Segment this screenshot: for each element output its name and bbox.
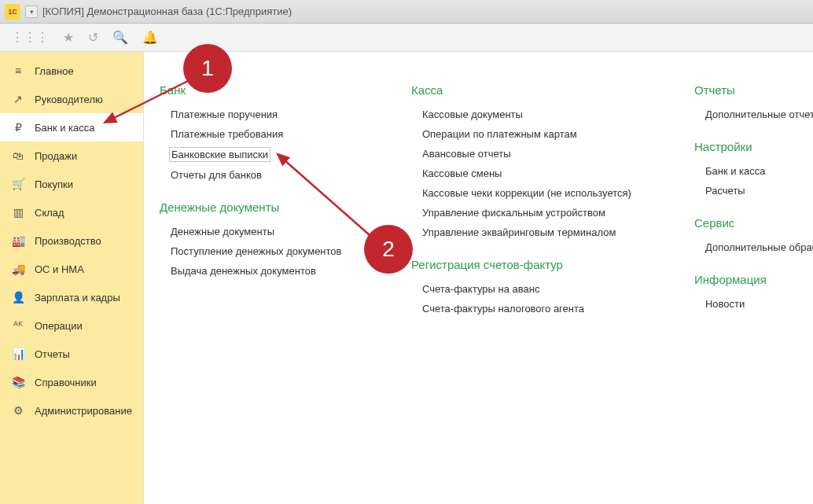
sidebar-item-6[interactable]: 🏭Производство xyxy=(0,226,143,255)
sidebar-item-0[interactable]: ≡Главное xyxy=(0,57,143,85)
nav-icon: ↗ xyxy=(11,93,25,105)
sidebar-item-1[interactable]: ↗Руководителю xyxy=(0,85,143,113)
sidebar-item-label: Зарплата и кадры xyxy=(35,292,120,304)
sidebar-item-7[interactable]: 🚚ОС и НМА xyxy=(0,255,143,283)
sidebar: ≡Главное↗Руководителю₽Банк и касса🛍Прода… xyxy=(0,52,144,504)
link-item[interactable]: Банковские выписки xyxy=(169,147,270,162)
column-bank: БанкПлатежные порученияПлатежные требова… xyxy=(160,83,364,488)
search-icon[interactable]: 🔍 xyxy=(112,30,128,45)
link-item[interactable]: Платежные требования xyxy=(160,124,364,144)
column-right: ОтчетыДополнительные отчетыНастройкиБанк… xyxy=(694,83,813,488)
sidebar-item-label: Покупки xyxy=(35,178,73,190)
section-title[interactable]: Отчеты xyxy=(694,83,813,97)
nav-icon: ⚙ xyxy=(11,404,25,417)
section-title[interactable]: Информация xyxy=(694,273,813,286)
logo-1c-icon: 1C xyxy=(5,4,20,20)
link-item[interactable]: Счета-фактуры на аванс xyxy=(411,279,647,299)
link-item[interactable]: Управление эквайринговым терминалом xyxy=(411,223,647,242)
star-icon[interactable]: ★ xyxy=(63,30,74,45)
link-item[interactable]: Денежные документы xyxy=(160,222,364,241)
nav-icon: ₽ xyxy=(11,121,25,134)
section-title[interactable]: Регистрация счетов-фактур xyxy=(411,258,647,271)
sidebar-item-label: Склад xyxy=(35,207,64,219)
sidebar-item-10[interactable]: 📊Отчеты xyxy=(0,340,143,368)
link-item[interactable]: Платежные поручения xyxy=(160,105,364,124)
sidebar-item-11[interactable]: 📚Справочники xyxy=(0,368,143,396)
section-title[interactable]: Банк xyxy=(160,83,364,97)
section-title[interactable]: Касса xyxy=(411,83,647,97)
nav-icon: 🏭 xyxy=(11,234,25,247)
apps-icon[interactable]: ⋮⋮⋮ xyxy=(11,30,49,45)
nav-icon: ≡ xyxy=(11,64,25,77)
link-item[interactable]: Поступление денежных документов xyxy=(160,241,364,261)
sidebar-item-label: Продажи xyxy=(35,150,77,162)
nav-icon: 🚚 xyxy=(11,263,25,275)
sidebar-item-8[interactable]: 👤Зарплата и кадры xyxy=(0,283,143,311)
sidebar-item-label: Производство xyxy=(35,235,101,247)
link-item[interactable]: Выдача денежных документов xyxy=(160,261,364,281)
link-item[interactable]: Отчеты для банков xyxy=(160,165,364,185)
link-item[interactable]: Банк и касса xyxy=(694,161,813,181)
sidebar-item-9[interactable]: ᴬᴷОперации xyxy=(0,311,143,340)
sidebar-item-label: Отчеты xyxy=(35,348,70,360)
sidebar-item-12[interactable]: ⚙Администрирование xyxy=(0,396,143,425)
nav-icon: 📊 xyxy=(11,348,25,360)
link-item[interactable]: Управление фискальным устройством xyxy=(411,203,647,223)
nav-icon: ᴬᴷ xyxy=(11,319,25,332)
link-item[interactable]: Счета-фактуры налогового агента xyxy=(411,299,647,318)
section-title[interactable]: Сервис xyxy=(694,216,813,230)
sidebar-item-3[interactable]: 🛍Продажи xyxy=(0,142,143,170)
nav-icon: 👤 xyxy=(11,291,25,304)
sidebar-item-label: Руководителю xyxy=(35,94,103,105)
link-item[interactable]: Операции по платежным картам xyxy=(411,124,647,144)
sidebar-item-label: ОС и НМА xyxy=(35,263,84,275)
link-item[interactable]: Кассовые документы xyxy=(411,105,647,124)
sidebar-item-4[interactable]: 🛒Покупки xyxy=(0,170,143,198)
content-area: БанкПлатежные порученияПлатежные требова… xyxy=(144,52,813,504)
section-title[interactable]: Настройки xyxy=(694,140,813,153)
link-item[interactable]: Новости xyxy=(694,294,813,314)
sidebar-item-5[interactable]: ▥Склад xyxy=(0,198,143,226)
toolbar: ⋮⋮⋮ ★ ↺ 🔍 🔔 xyxy=(0,24,813,52)
link-item[interactable]: Расчеты xyxy=(694,181,813,200)
sidebar-item-label: Главное xyxy=(35,65,74,77)
main: ≡Главное↗Руководителю₽Банк и касса🛍Прода… xyxy=(0,52,813,504)
link-item[interactable]: Кассовые смены xyxy=(411,164,647,183)
sidebar-item-label: Операции xyxy=(35,320,83,332)
link-item[interactable]: Кассовые чеки коррекции (не используется… xyxy=(411,183,647,203)
titlebar: 1C ▾ [КОПИЯ] Демонстрационная база (1С:П… xyxy=(0,0,813,24)
app-menu-dropdown[interactable]: ▾ xyxy=(25,6,38,18)
sidebar-item-label: Справочники xyxy=(35,377,97,388)
nav-icon: ▥ xyxy=(11,206,25,219)
link-item[interactable]: Авансовые отчеты xyxy=(411,144,647,164)
link-item[interactable]: Дополнительные отчеты xyxy=(694,105,813,124)
column-kassa: КассаКассовые документыОперации по плате… xyxy=(411,83,647,488)
sidebar-item-label: Администрирование xyxy=(35,405,132,417)
window-title: [КОПИЯ] Демонстрационная база (1С:Предпр… xyxy=(42,6,292,17)
sidebar-item-label: Банк и касса xyxy=(35,122,95,134)
nav-icon: 🛒 xyxy=(11,178,25,190)
section-title[interactable]: Денежные документы xyxy=(160,200,364,214)
annotation-circle-2: 2 xyxy=(364,225,413,274)
nav-icon: 🛍 xyxy=(11,149,25,162)
bell-icon[interactable]: 🔔 xyxy=(142,30,158,45)
sidebar-item-2[interactable]: ₽Банк и касса xyxy=(0,113,143,142)
link-item[interactable]: Дополнительные обработки xyxy=(694,237,813,257)
nav-icon: 📚 xyxy=(11,376,25,388)
history-icon[interactable]: ↺ xyxy=(88,30,98,45)
